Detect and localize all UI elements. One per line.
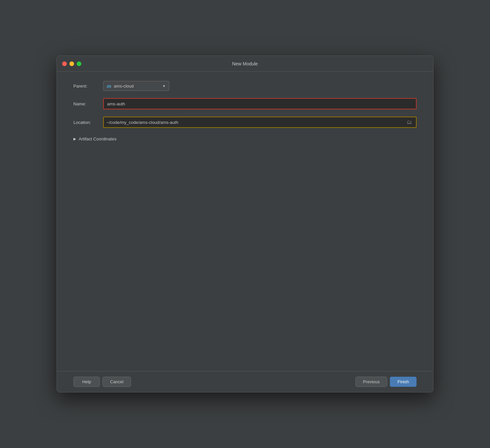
maximize-button[interactable] [77, 61, 81, 66]
location-label: Location: [73, 120, 103, 125]
maven-icon: m [107, 83, 111, 89]
artifact-coordinates-section[interactable]: ▶ Artifact Coordinates [73, 135, 417, 143]
window-controls [62, 61, 81, 66]
new-module-dialog: New Module Parent: m ams-cloud ▼ Name: L… [57, 56, 433, 392]
title-bar: New Module [57, 56, 433, 72]
footer-right-buttons: Previous Finish [355, 377, 417, 387]
content-spacer [73, 143, 417, 362]
chevron-down-icon: ▼ [162, 84, 166, 88]
dialog-content: Parent: m ams-cloud ▼ Name: Location: 🗂 … [57, 72, 433, 371]
name-label: Name: [73, 101, 103, 106]
artifact-coordinates-label: Artifact Coordinates [79, 136, 116, 141]
parent-dropdown[interactable]: m ams-cloud ▼ [103, 81, 169, 91]
name-input[interactable] [103, 98, 417, 109]
help-button[interactable]: Help [73, 377, 100, 387]
parent-dropdown-value: ams-cloud [114, 84, 160, 89]
location-input[interactable] [106, 120, 405, 125]
finish-button[interactable]: Finish [390, 377, 417, 387]
dialog-footer: Help Cancel Previous Finish [57, 371, 433, 392]
window-title: New Module [232, 61, 258, 66]
location-row: Location: 🗂 [73, 117, 417, 128]
folder-icon[interactable]: 🗂 [405, 119, 413, 126]
parent-row: Parent: m ams-cloud ▼ [73, 81, 417, 91]
previous-button[interactable]: Previous [355, 377, 388, 387]
minimize-button[interactable] [69, 61, 74, 66]
name-row: Name: [73, 98, 417, 109]
cancel-button[interactable]: Cancel [102, 377, 131, 387]
chevron-right-icon: ▶ [73, 137, 76, 141]
location-input-wrapper: 🗂 [103, 117, 417, 128]
parent-label: Parent: [73, 84, 103, 89]
footer-left-buttons: Help Cancel [73, 377, 131, 387]
close-button[interactable] [62, 61, 67, 66]
